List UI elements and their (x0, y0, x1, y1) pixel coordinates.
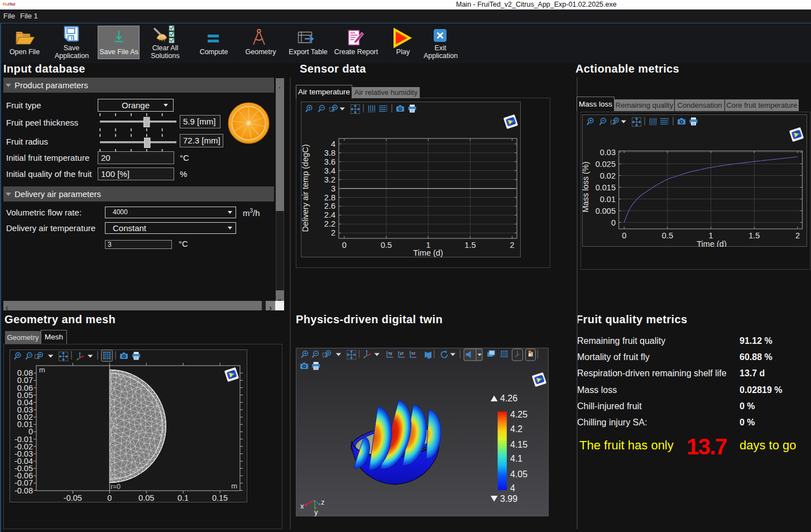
svg-text:yz: yz (400, 351, 404, 356)
svg-text:0: 0 (107, 493, 112, 502)
svg-text:r=0: r=0 (111, 483, 121, 491)
svg-text:4.05: 4.05 (510, 469, 527, 479)
svg-text:Time (d): Time (d) (413, 248, 443, 257)
svg-text:z: z (321, 498, 325, 506)
svg-text:Time (d): Time (d) (697, 239, 726, 247)
svg-text:m: m (231, 482, 237, 490)
svg-text:4: 4 (510, 483, 515, 493)
svg-text:1.5: 1.5 (464, 241, 476, 250)
svg-text:3.8: 3.8 (324, 148, 335, 157)
svg-text:0.5: 0.5 (381, 241, 392, 250)
svg-text:0.01: 0.01 (600, 195, 616, 204)
svg-text:-0.05: -0.05 (64, 493, 82, 502)
svg-text:2: 2 (795, 231, 800, 240)
svg-text:0.1: 0.1 (177, 493, 189, 502)
svg-text:0.005: 0.005 (596, 207, 616, 215)
svg-text:x: x (300, 502, 304, 510)
svg-text:1: 1 (709, 231, 713, 240)
svg-text:4.15: 4.15 (510, 440, 527, 449)
svg-text:3.4: 3.4 (324, 166, 335, 175)
svg-text:0.15: 0.15 (212, 493, 228, 502)
svg-text:0.015: 0.015 (596, 183, 616, 192)
svg-text:4.25: 4.25 (510, 410, 527, 419)
svg-text:2.4: 2.4 (324, 210, 335, 219)
svg-text:0: 0 (611, 218, 616, 227)
svg-text:4.1: 4.1 (510, 454, 522, 463)
svg-text:2.6: 2.6 (324, 202, 335, 210)
svg-text:2: 2 (510, 241, 515, 250)
svg-text:1.5: 1.5 (748, 231, 760, 240)
svg-text:4.26: 4.26 (500, 394, 517, 403)
svg-text:4.2: 4.2 (510, 424, 522, 434)
svg-text:Delivery air temp (degC): Delivery air temp (degC) (301, 144, 310, 232)
svg-text:3.2: 3.2 (324, 175, 335, 184)
svg-text:y: y (314, 508, 318, 516)
svg-text:Mass loss (%): Mass loss (%) (582, 161, 590, 212)
svg-text:0.03: 0.03 (600, 148, 616, 157)
svg-text:0.025: 0.025 (596, 160, 616, 169)
svg-text:2.8: 2.8 (324, 193, 335, 202)
svg-text:3.6: 3.6 (324, 157, 335, 166)
svg-text:3.99: 3.99 (500, 494, 517, 504)
svg-text:-0.08: -0.08 (15, 486, 33, 495)
svg-text:m: m (39, 366, 45, 374)
svg-text:0: 0 (342, 241, 347, 250)
svg-text:0.02: 0.02 (600, 171, 616, 180)
svg-text:2.2: 2.2 (324, 219, 335, 228)
svg-text:xz: xz (411, 351, 416, 355)
svg-text:xy: xy (388, 351, 392, 356)
svg-text:0.5: 0.5 (662, 231, 673, 240)
svg-text:4: 4 (331, 140, 335, 148)
svg-text:2: 2 (331, 228, 335, 237)
svg-text:0: 0 (622, 231, 626, 240)
svg-text:0.05: 0.05 (138, 493, 154, 502)
svg-text:3: 3 (331, 184, 335, 193)
